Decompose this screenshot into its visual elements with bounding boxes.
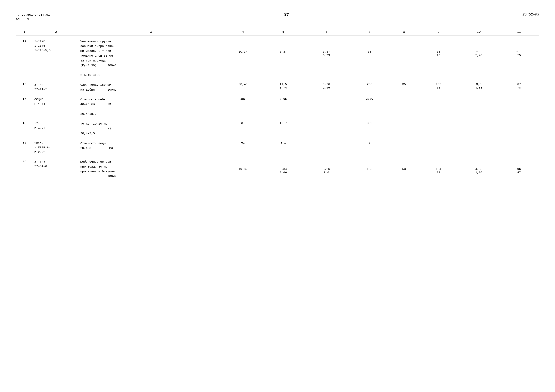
row-16-col8: 35 [390,81,418,93]
row-16-col6: 9,76 2,95 [303,81,350,93]
row-15-col11: = – I5 [499,36,539,78]
row-18-desc: То же, IО–20 мм М3 20,4xI,5 [79,120,223,137]
row-20-col8: 53 [390,158,418,180]
col-header-1: I [16,28,33,36]
row-20-col7: I85 [349,158,389,180]
col-header-6: 6 [303,28,350,36]
row-17-col8: – [390,96,418,117]
row-17-col5: 8,65 [263,96,303,117]
table-row: I8 –"– п.4–7I То же, IО–20 мм М3 20,4xI,… [16,120,539,137]
table-row: I6 27–44 27–II–I Слой толщ. I50 мм из ще… [16,81,539,93]
row-18-ref: –"– п.4–7I [33,120,79,137]
row-17-col7: 3339 [349,96,389,117]
table-row: I5 I–II70 I–II75 I–II8–5,6 Уплотнение гр… [16,36,539,78]
row-19-col11 [499,139,539,156]
spacer [16,93,539,96]
column-headers: I 2 3 4 5 6 7 8 9 IO II [16,28,539,36]
row-15-col5: 3,37 [263,36,303,78]
row-15-id: I5 [16,36,33,78]
page-header: Т.п.р.5ОI–7–ОI4.9I Ал.3, ч.I 37 25452–03 [16,13,539,21]
table-row: 20 27–I44 27–34–6 Щебеночное основа– ние… [16,158,539,180]
col-header-2: 2 [33,28,79,36]
main-table: I 2 3 4 5 6 7 8 9 IO II I5 I–II70 I–II75… [16,28,539,180]
row-16-desc: Слой толщ. I50 мм из щебня IООм2 [79,81,223,93]
row-18-col4: 3I [223,120,263,137]
table-row: I7 ССЦМО п.4–74 Стоимость щебня 40–70 мм… [16,96,539,117]
header-doc-part: Ал.3, ч.I [16,17,50,21]
row-20-ref: 27–I44 27–34–6 [33,158,79,180]
row-19-desc: Стоимость воды 20,4x3 М3 [79,139,223,156]
row-20-col11: 96 4I [499,158,539,180]
row-20-col4: I9,82 [223,158,263,180]
row-18-col8 [390,120,418,137]
row-18-id: I8 [16,120,33,137]
spacer [16,117,539,120]
row-16-id: I6 [16,81,33,93]
row-16-col5: II,5 I,74 [263,81,303,93]
row-20-id: 20 [16,158,33,180]
row-17-desc: Стоимость щебня 40–70 мм М3 20,4xI8,9 [79,96,223,117]
row-19-col9 [418,139,459,156]
row-20-col9: IO4 32 [418,158,459,180]
row-18-col7: 332 [349,120,389,137]
col-header-8: 8 [390,28,418,36]
row-19-ref: Указ. к ЕРЕР–84 п.2.22 [33,139,79,156]
col-header-7: 7 [349,28,389,36]
row-16-col9: I99 60 [418,81,459,93]
row-16-ref: 27–44 27–II–I [33,81,79,93]
row-17-col4: 386 [223,96,263,117]
row-19-id: I9 [16,139,33,156]
row-17-col6: – [303,96,350,117]
row-15-col4: IO,34 [223,36,263,78]
row-20-col6: 5,26 I,6 [303,158,350,180]
table-row: I9 Указ. к ЕРЕР–84 п.2.22 Стоимость воды… [16,139,539,156]
row-15-ref: I–II70 I–II75 I–II8–5,6 [33,36,79,78]
row-16-col10: 3,3 3,8I [459,81,499,93]
row-15-col7: 35 [349,36,389,78]
spacer [16,155,539,158]
row-16-col11: 67 78 [499,81,539,93]
header-right-code: 25452–03 [522,13,539,17]
col-header-11: II [499,28,539,36]
row-17-col11: – [499,96,539,117]
col-header-4: 4 [223,28,263,36]
row-20-desc: Щебеночное основа– ние толщ. 80 мм, проп… [79,158,223,180]
row-20-col10: 4,83 2,06 [459,158,499,180]
row-19-col6 [303,139,350,156]
header-doc-number: Т.п.р.5ОI–7–ОI4.9I [16,13,50,17]
spacer [16,78,539,81]
row-19-col5: 0,I [263,139,303,156]
main-table-container: I 2 3 4 5 6 7 8 9 IO II I5 I–II70 I–II75… [16,28,539,180]
row-19-col4: 6I [223,139,263,156]
header-page-number: 37 [50,13,522,18]
row-15-col10: = – I,43 [459,36,499,78]
row-15-col8: – [390,36,418,78]
spacer [16,137,539,139]
row-17-col9: – [418,96,459,117]
row-18-col5: IO,7 [263,120,303,137]
row-18-col6 [303,120,350,137]
col-header-5: 5 [263,28,303,36]
row-19-col8 [390,139,418,156]
header-left: Т.п.р.5ОI–7–ОI4.9I Ал.3, ч.I [16,13,50,21]
row-15-col6: 3,37 0,99 [303,36,350,78]
row-18-col11 [499,120,539,137]
row-17-ref: ССЦМО п.4–74 [33,96,79,117]
row-16-col7: 235 [349,81,389,93]
row-17-id: I7 [16,96,33,117]
row-20-col5: 9,34 2,66 [263,158,303,180]
row-16-col4: 20,40 [223,81,263,93]
row-19-col7: 6 [349,139,389,156]
row-18-col9 [418,120,459,137]
col-header-9: 9 [418,28,459,36]
row-17-col10: – [459,96,499,117]
row-18-col10 [459,120,499,137]
col-header-10: IO [459,28,499,36]
row-19-col10 [459,139,499,156]
row-15-desc: Уплотнение грунта засыпки виброкатка– ми… [79,36,223,78]
col-header-3: 3 [79,28,223,36]
row-15-col9: 35 IO [418,36,459,78]
